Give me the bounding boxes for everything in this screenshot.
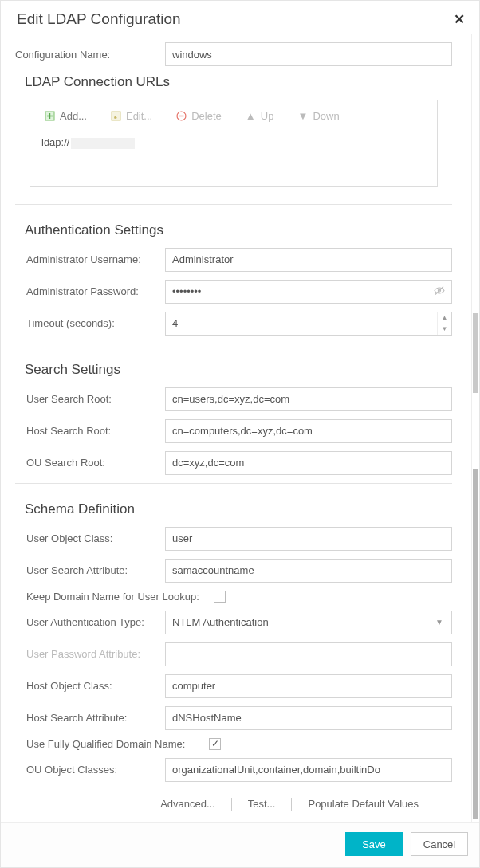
spin-up-icon[interactable]: ▲	[438, 312, 451, 324]
edit-label: Edit...	[126, 110, 152, 122]
keep-domain-checkbox[interactable]	[214, 591, 226, 603]
section-search-title: Search Settings	[25, 362, 452, 378]
svg-rect-3	[179, 116, 184, 116]
dialog-title: Edit LDAP Configuration	[17, 10, 181, 28]
admin-user-label: Administrator Username:	[15, 253, 165, 265]
host-attr-input[interactable]	[165, 706, 452, 730]
delete-button[interactable]: Delete	[176, 110, 222, 122]
scrollbar-thumb[interactable]	[473, 313, 478, 393]
admin-pass-label: Administrator Password:	[15, 285, 165, 297]
admin-user-input[interactable]	[165, 248, 452, 272]
eye-icon[interactable]	[433, 284, 446, 299]
timeout-input[interactable]	[166, 312, 437, 335]
user-class-label: User Object Class:	[15, 532, 165, 544]
host-class-input[interactable]	[165, 674, 452, 698]
host-root-input[interactable]	[165, 419, 452, 443]
auth-type-select[interactable]: NTLM Authentication ▼	[165, 611, 452, 634]
svg-rect-1	[112, 112, 120, 120]
redacted-host	[71, 138, 135, 149]
ou-root-label: OU Search Root:	[15, 457, 165, 469]
chevron-down-icon: ▼	[435, 618, 443, 626]
url-text: ldap://	[41, 136, 69, 148]
up-icon: ▲	[246, 111, 256, 121]
fqdn-checkbox[interactable]	[209, 738, 221, 750]
timeout-stepper[interactable]: ▲ ▼	[165, 312, 452, 336]
section-schema-title: Schema Definition	[25, 501, 452, 517]
pw-attr-input	[165, 642, 452, 666]
keep-domain-label: Keep Domain Name for User Lookup:	[15, 591, 214, 603]
cancel-button[interactable]: Cancel	[411, 832, 468, 856]
save-button[interactable]: Save	[345, 832, 403, 856]
pw-attr-label: User Password Attribute:	[15, 648, 165, 660]
down-label: Down	[313, 110, 339, 122]
down-button[interactable]: ▼ Down	[297, 110, 339, 122]
url-list-box: Add... Edit... Delete ▲ Up	[30, 100, 438, 187]
admin-pass-input[interactable]	[165, 280, 452, 304]
add-button[interactable]: Add...	[45, 110, 87, 122]
auth-type-value: NTLM Authentication	[172, 616, 269, 628]
config-name-label: Configuration Name:	[15, 49, 165, 61]
user-attr-input[interactable]	[165, 559, 452, 583]
section-urls-title: LDAP Connection URLs	[25, 74, 452, 90]
close-icon[interactable]: ✕	[454, 11, 465, 28]
ou-classes-label: OU Object Classes:	[15, 764, 165, 776]
add-icon	[45, 111, 55, 121]
user-attr-label: User Search Attribute:	[15, 564, 165, 576]
host-attr-label: Host Search Attribute:	[15, 712, 165, 724]
edit-button[interactable]: Edit...	[111, 110, 152, 122]
ou-classes-input[interactable]	[165, 758, 452, 782]
user-class-input[interactable]	[165, 527, 452, 551]
test-link[interactable]: Test...	[232, 798, 292, 810]
host-class-label: Host Object Class:	[15, 680, 165, 692]
config-name-input[interactable]	[165, 42, 452, 66]
scrollbar[interactable]	[471, 34, 479, 822]
advanced-link[interactable]: Advanced...	[144, 798, 231, 810]
host-root-label: Host Search Root:	[15, 425, 165, 437]
delete-label: Delete	[191, 110, 222, 122]
section-auth-title: Authentication Settings	[25, 222, 452, 238]
add-label: Add...	[60, 110, 87, 122]
edit-icon	[111, 111, 121, 121]
user-root-input[interactable]	[165, 387, 452, 411]
list-item[interactable]: ldap://	[30, 132, 437, 154]
down-icon: ▼	[297, 111, 308, 121]
populate-link[interactable]: Populate Default Values	[292, 798, 435, 810]
delete-icon	[176, 111, 187, 121]
up-button[interactable]: ▲ Up	[246, 110, 274, 122]
spin-down-icon[interactable]: ▼	[438, 324, 451, 335]
scrollbar-thumb[interactable]	[473, 469, 478, 819]
ou-root-input[interactable]	[165, 451, 452, 475]
auth-type-label: User Authentication Type:	[15, 616, 165, 628]
up-label: Up	[261, 110, 274, 122]
timeout-label: Timeout (seconds):	[15, 317, 165, 329]
user-root-label: User Search Root:	[15, 393, 165, 405]
fqdn-label: Use Fully Qualified Domain Name:	[15, 738, 209, 750]
